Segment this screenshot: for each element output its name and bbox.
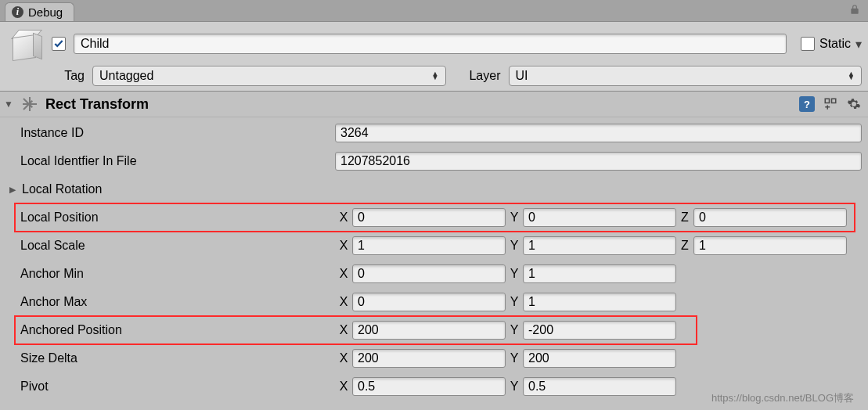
- input-anchor-max-y[interactable]: 1: [523, 293, 676, 311]
- label-local-identifier: Local Identfier In File: [20, 154, 137, 168]
- input-anchor-min-x[interactable]: 0: [352, 264, 506, 283]
- label-instance-id: Instance ID: [20, 126, 84, 140]
- axis-x-label: X: [335, 351, 352, 365]
- input-local-position-z[interactable]: 0: [693, 208, 847, 227]
- label-anchor-min: Anchor Min: [20, 267, 84, 281]
- tag-value: Untagged: [99, 69, 153, 83]
- axis-x-label: X: [335, 210, 352, 225]
- axis-y-label: Y: [506, 351, 523, 365]
- axis-x-label: X: [335, 295, 352, 309]
- label-size-delta: Size Delta: [20, 351, 77, 365]
- input-anchor-max-x[interactable]: 0: [352, 293, 506, 311]
- input-local-position-y[interactable]: 0: [523, 208, 676, 227]
- label-anchored-position: Anchored Position: [20, 323, 122, 337]
- axis-y-label: Y: [506, 379, 523, 394]
- axis-x-label: X: [335, 267, 352, 281]
- axis-z-label: Z: [676, 210, 693, 225]
- input-local-identifier[interactable]: 1207852016: [335, 152, 862, 171]
- input-size-delta-y[interactable]: 200: [523, 349, 676, 368]
- row-local-scale: Local Scale X1 Y1 Z1: [6, 232, 862, 260]
- component-header[interactable]: ▼ Rect Transform ?: [0, 92, 868, 117]
- layer-label: Layer: [454, 69, 501, 83]
- gameobject-header: Child Static ▾ Tag Untagged ▲▼ Layer UI …: [0, 22, 868, 92]
- layer-value: UI: [516, 69, 528, 83]
- rect-transform-icon: [20, 95, 39, 113]
- gear-icon[interactable]: [846, 96, 862, 112]
- input-pivot-x[interactable]: 0.5: [352, 377, 506, 396]
- label-local-rotation: Local Rotation: [22, 182, 102, 196]
- component-title: Rect Transform: [45, 96, 149, 113]
- tag-label: Tag: [52, 69, 85, 83]
- axis-y-label: Y: [506, 210, 523, 225]
- input-instance-id[interactable]: 3264: [335, 124, 862, 142]
- row-size-delta: Size Delta X200 Y200: [6, 344, 862, 372]
- label-anchor-max: Anchor Max: [20, 295, 87, 309]
- name-field[interactable]: Child: [74, 34, 787, 54]
- presets-icon[interactable]: [823, 96, 838, 112]
- tab-label: Debug: [28, 5, 63, 19]
- label-local-position: Local Position: [20, 210, 99, 225]
- axis-y-label: Y: [506, 239, 523, 253]
- input-anchor-min-y[interactable]: 1: [523, 264, 676, 283]
- axis-x-label: X: [335, 239, 352, 253]
- tab-bar: i Debug: [0, 0, 868, 22]
- row-anchor-max: Anchor Max X0 Y1: [6, 288, 862, 316]
- static-dropdown-icon[interactable]: ▾: [855, 37, 862, 52]
- axis-y-label: Y: [506, 323, 523, 337]
- input-anchored-position-y[interactable]: -200: [523, 321, 676, 340]
- row-local-rotation[interactable]: ▶Local Rotation: [6, 175, 862, 203]
- row-local-identifier: Local Identfier In File 1207852016: [6, 147, 862, 175]
- label-pivot: Pivot: [20, 379, 49, 394]
- foldout-icon[interactable]: ▶: [9, 185, 19, 195]
- lock-icon[interactable]: [849, 4, 860, 17]
- layer-dropdown[interactable]: UI ▲▼: [509, 66, 863, 86]
- axis-y-label: Y: [506, 267, 523, 281]
- name-value: Child: [81, 37, 109, 51]
- input-local-scale-z[interactable]: 1: [693, 236, 847, 255]
- axis-y-label: Y: [506, 295, 523, 309]
- properties-panel: Instance ID 3264 Local Identfier In File…: [0, 117, 868, 408]
- tag-dropdown[interactable]: Untagged ▲▼: [92, 66, 446, 86]
- gameobject-icon[interactable]: [8, 28, 44, 59]
- input-local-position-x[interactable]: 0: [352, 208, 506, 227]
- svg-rect-1: [832, 99, 836, 102]
- foldout-icon[interactable]: ▼: [3, 99, 14, 110]
- input-size-delta-x[interactable]: 200: [352, 349, 506, 368]
- input-local-scale-y[interactable]: 1: [523, 236, 676, 255]
- axis-z-label: Z: [676, 239, 693, 253]
- svg-rect-0: [825, 99, 829, 102]
- row-local-position: Local Position X0 Y0 Z0: [6, 203, 862, 232]
- dropdown-arrows-icon: ▲▼: [432, 72, 439, 80]
- input-pivot-y[interactable]: 0.5: [523, 377, 676, 396]
- axis-x-label: X: [335, 323, 352, 337]
- help-icon[interactable]: ?: [799, 96, 815, 112]
- dropdown-arrows-icon: ▲▼: [848, 72, 855, 80]
- enabled-checkbox[interactable]: [52, 37, 66, 51]
- tab-debug[interactable]: i Debug: [5, 2, 74, 21]
- axis-x-label: X: [335, 379, 352, 394]
- row-anchored-position: Anchored Position X200 Y-200: [6, 316, 862, 344]
- row-anchor-min: Anchor Min X0 Y1: [6, 260, 862, 288]
- input-anchored-position-x[interactable]: 200: [352, 321, 506, 340]
- static-label: Static: [819, 37, 851, 51]
- label-local-scale: Local Scale: [20, 239, 85, 253]
- watermark-text: https://blog.csdn.net/BLOG博客: [711, 391, 854, 405]
- info-icon: i: [12, 6, 23, 18]
- static-checkbox[interactable]: [801, 37, 815, 51]
- row-instance-id: Instance ID 3264: [6, 119, 862, 147]
- input-local-scale-x[interactable]: 1: [352, 236, 506, 255]
